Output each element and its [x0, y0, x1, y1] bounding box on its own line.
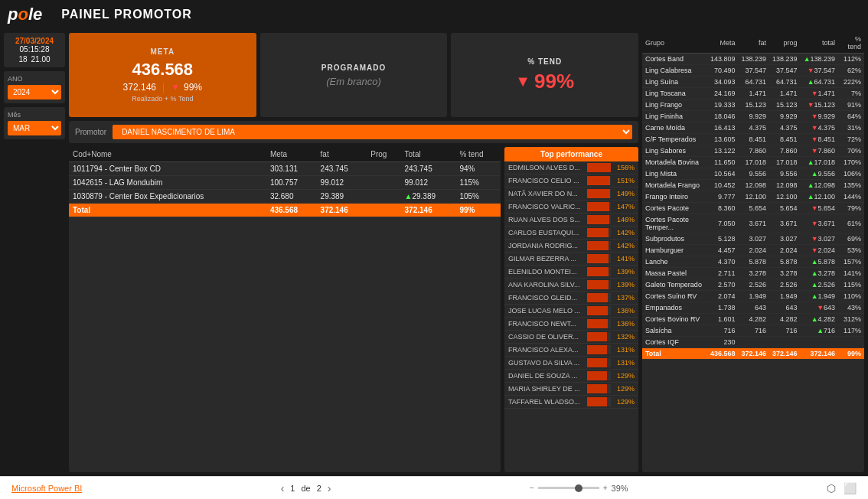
perf-pct: 156% [613, 164, 635, 171]
powerbi-link[interactable]: Microsoft Power BI [11, 484, 82, 493]
time-display: 05:15:28 [8, 45, 61, 54]
perf-item: ELENILDO MONTEI... 139% [504, 266, 638, 279]
right-table-row: Ling Suína 34.093 64.731 64.731 ▲64.731 … [642, 77, 864, 88]
perf-name: TAFFAREL WLADSO... [508, 398, 585, 406]
perf-bar [587, 371, 607, 380]
kpi-tend: % TEND ▼ 99% [451, 33, 638, 117]
right-table-row: Frango Inteiro 9.777 12.100 12.100 ▲12.1… [642, 191, 864, 203]
share-icon[interactable]: ⬡ [827, 482, 836, 494]
perf-bar [587, 176, 610, 185]
right-table-row: Cortes Band 143.809 138.239 138.239 ▲138… [642, 54, 864, 65]
fullscreen-icon[interactable]: ⬜ [844, 482, 857, 494]
th-cod: Cod+Nome [69, 147, 266, 162]
perf-item: ANA KAROLINA SILV... 139% [504, 279, 638, 292]
table-row: 1011794 - Center Box CD 303.131 243.745 … [69, 162, 501, 176]
right-table-header: Grupo Meta fat prog total % tend [642, 33, 864, 54]
perf-bar-container [587, 241, 611, 250]
td-prog [367, 162, 400, 176]
td-cod: 1011794 - Center Box CD [69, 162, 266, 176]
perf-item: RUAN ALVES DOS S... 146% [504, 214, 638, 227]
td-tend: 115% [455, 176, 501, 190]
rth-grupo: Grupo [642, 33, 707, 54]
middle-row: Cod+Nome Meta fat Prog Total % tend 1011… [69, 147, 638, 472]
pagination: ‹ 1 de 2 › [281, 482, 331, 494]
numbers-display: 18 21.00 [8, 55, 61, 64]
perf-bar-container [587, 306, 611, 315]
promotor-label: Promotor [75, 128, 106, 136]
perf-name: FRANCISCO VALRIC... [508, 203, 585, 210]
perf-bar [587, 228, 609, 237]
perf-bar-container [587, 280, 611, 289]
right-table-row: Hamburguer 4.457 2.024 2.024 ▼2.024 53% [642, 245, 864, 256]
th-total: Total [401, 147, 456, 162]
prev-page-button[interactable]: ‹ [281, 482, 285, 494]
perf-name: CASSIO DE OLIVER... [508, 333, 585, 341]
perf-name: EDMILSON ALVES D... [508, 164, 585, 171]
zoom-slider[interactable] [538, 487, 599, 489]
perf-pct: 129% [613, 385, 635, 393]
kpi-programado: PROGRAMADO (Em branco) [260, 33, 448, 117]
perf-name: ANA KAROLINA SILV... [508, 281, 585, 289]
rth-tend: % tend [838, 33, 864, 54]
perf-title: Top performance [504, 147, 638, 161]
perf-pct: 151% [613, 177, 635, 184]
perf-item: FRANCISCO GLEID... 137% [504, 292, 638, 305]
perf-bar [587, 189, 610, 198]
promotor-select[interactable]: DANIEL NASCIMENTO DE LIMA [113, 125, 632, 139]
perf-item: NATÃ XAVIER DO N... 149% [504, 188, 638, 201]
zoom-out-icon[interactable]: − [530, 484, 534, 492]
perf-bar-container [587, 319, 611, 328]
perf-bar [587, 293, 608, 302]
perf-bar [587, 267, 609, 276]
perf-item: CASSIO DE OLIVER... 132% [504, 331, 638, 344]
perf-bar-container [587, 176, 611, 185]
table-total-row: Total 436.568 372.146 372.146 99% [69, 204, 501, 217]
perf-pct: 131% [613, 359, 635, 367]
perf-item: FRANCISCO CELIO ... 151% [504, 174, 638, 188]
mes-select[interactable]: MAR [8, 121, 61, 135]
td-prog [367, 176, 400, 190]
td-tend: 105% [455, 190, 501, 204]
perf-item: JOSE LUCAS MELO ... 136% [504, 305, 638, 318]
next-page-button[interactable]: › [328, 482, 331, 494]
zoom-in-icon[interactable]: + [603, 484, 608, 492]
perf-bar-container [587, 397, 611, 406]
zoom-thumb [575, 484, 582, 492]
perf-pct: 131% [613, 346, 635, 354]
perf-name: JOSE LUCAS MELO ... [508, 307, 585, 315]
perf-bar [587, 254, 609, 263]
perf-bar-container [587, 163, 611, 172]
perf-pct: 141% [613, 255, 635, 263]
ano-label: ANO [8, 75, 61, 83]
perf-item: FRANCISCO ALEXA... 131% [504, 344, 638, 357]
perf-pct: 142% [613, 242, 635, 250]
kpi-row: META 436.568 372.146 | ▼ 99% Realizado +… [69, 33, 638, 117]
perf-pct: 147% [613, 203, 635, 210]
content-area: 27/03/2024 05:15:28 18 21.00 ANO 2024 Mê… [0, 29, 868, 476]
perf-item: JORDANIA RODRIG... 142% [504, 240, 638, 253]
perf-bar [587, 345, 607, 354]
perf-item: GUSTAVO DA SILVA ... 131% [504, 357, 638, 370]
right-table-row: Cortes Pacote Temper... 7.050 3.671 3.67… [642, 214, 864, 233]
td-fat: 99.012 [317, 176, 367, 190]
perf-bar [587, 202, 609, 211]
td-meta: 100.757 [266, 176, 317, 190]
ano-select[interactable]: 2024 [8, 85, 61, 99]
perf-pct: 132% [613, 333, 635, 341]
right-table-row: Mortadela Bovina 11.650 17.018 17.018 ▲1… [642, 157, 864, 168]
ano-filter-box: ANO 2024 [4, 71, 65, 103]
perf-pct: 142% [613, 229, 635, 236]
tend-label: % TEND [527, 57, 562, 66]
page-current: 1 [290, 484, 295, 493]
perf-bar-container [587, 358, 611, 367]
rth-prog: prog [769, 33, 801, 54]
right-table-row: Carne Moída 16.413 4.375 4.375 ▼4.375 31… [642, 122, 864, 134]
perf-pct: 146% [613, 216, 635, 223]
right-table-row: C/F Temperados 13.605 8.451 8.451 ▼8.451… [642, 134, 864, 145]
right-table-row: Salsícha 716 716 716 ▲716 117% [642, 325, 864, 337]
perf-item: CARLOS EUSTAQUI... 142% [504, 227, 638, 240]
zoom-bar: − + 39% [530, 484, 628, 493]
perf-bar [587, 163, 611, 172]
perf-item: TAFFAREL WLADSO... 129% [504, 396, 638, 409]
perf-bar [587, 319, 608, 328]
